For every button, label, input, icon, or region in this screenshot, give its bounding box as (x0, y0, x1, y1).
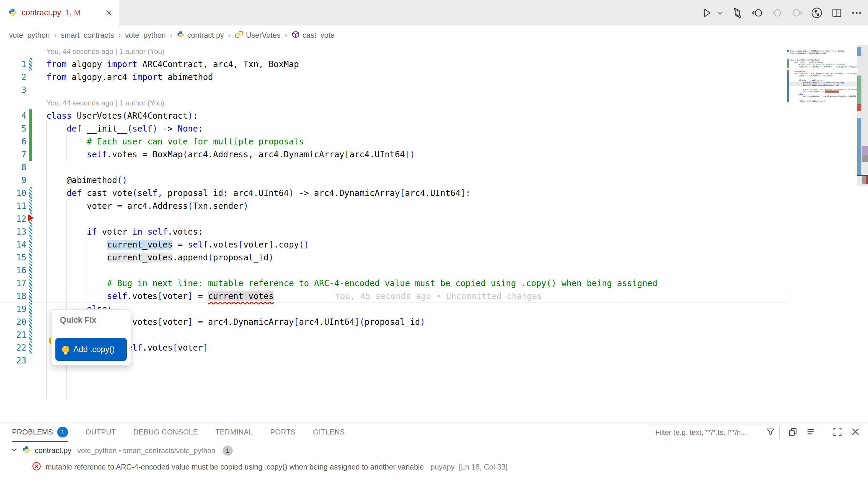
breadcrumb-folder[interactable]: vote_python (125, 31, 165, 40)
overview-ruler-scrollbar[interactable] (857, 45, 868, 186)
breadcrumb-class[interactable]: UserVotes (235, 30, 280, 41)
code-line[interactable] (787, 97, 857, 100)
tab-terminal[interactable]: TERMINAL (215, 422, 253, 442)
code-line[interactable]: 5 def __init__(self) -> None: (0, 122, 788, 135)
next-change-icon[interactable] (791, 7, 803, 19)
code-line[interactable]: 13 if voter in self.votes: (0, 225, 788, 238)
code-line[interactable]: def __init__(self) -> None: (787, 61, 857, 64)
code-line[interactable]: 3 (0, 83, 788, 97)
code-line[interactable] (787, 54, 857, 57)
code-line[interactable]: current_votes = self.votes[voter].copy() (787, 81, 857, 84)
line-number[interactable]: 6 (0, 135, 26, 148)
previous-change-icon[interactable] (771, 7, 783, 19)
split-editor-icon[interactable] (831, 7, 843, 19)
commit-graph-icon[interactable] (811, 7, 823, 19)
view-as-table-icon[interactable] (788, 427, 798, 438)
line-number[interactable]: 7 (0, 148, 26, 161)
funnel-icon[interactable] (766, 427, 775, 438)
tab-gitlens[interactable]: GITLENS (313, 422, 345, 442)
code-line[interactable]: 10 def cast_vote(self, proposal_id: arc4… (0, 187, 788, 200)
line-number[interactable]: 22 (0, 341, 26, 354)
code-line[interactable]: 11 voter = arc4.Address(Txn.sender) (0, 200, 788, 213)
tab-debug-console[interactable]: DEBUG CONSOLE (133, 422, 198, 442)
code-line[interactable]: 17 # Bug in next line: mutable reference… (0, 277, 788, 290)
line-number[interactable]: 18 (0, 290, 26, 303)
code-line[interactable]: 18 self.votes[voter] = current_votesYou,… (0, 290, 788, 303)
tab-contract-py[interactable]: contract.py 1, M (0, 0, 119, 25)
code-line[interactable]: 2from algopy.arc4 import abimethod (0, 71, 788, 83)
breadcrumb-folder[interactable]: vote_python (9, 31, 50, 40)
line-number[interactable]: 11 (0, 200, 26, 213)
run-dropdown-icon[interactable] (716, 9, 724, 17)
maximize-panel-icon[interactable] (833, 427, 842, 438)
run-python-file-icon[interactable] (701, 7, 713, 19)
quick-fix-action-add-copy[interactable]: Add .copy() (55, 338, 127, 361)
code-line[interactable]: self.votes = BoxMap(arc4.Address, arc4.D… (787, 66, 857, 68)
line-number[interactable]: 4 (0, 109, 26, 122)
code-line[interactable]: else: (787, 93, 857, 95)
line-number[interactable] (0, 97, 26, 109)
view-as-list-icon[interactable] (806, 427, 816, 438)
line-number[interactable]: 17 (0, 277, 26, 290)
tab-problems[interactable]: PROBLEMS 1 (12, 422, 68, 442)
code-line[interactable]: # Each user can vote for multiple propos… (787, 63, 857, 66)
chevron-down-icon[interactable] (10, 446, 18, 456)
line-number[interactable]: 14 (0, 238, 26, 251)
code-line[interactable]: 14 current_votes = self.votes[voter].cop… (0, 238, 788, 251)
code-line[interactable]: voter = arc4.Address(Txn.sender) (787, 75, 857, 77)
code-line[interactable]: from algopy import ARC4Contract, arc4, T… (787, 50, 857, 52)
code-line[interactable]: 9 @abimethod() (0, 174, 788, 187)
line-number[interactable]: 10 (0, 187, 26, 200)
line-number[interactable]: 21 (0, 328, 26, 341)
line-number[interactable]: 13 (0, 225, 26, 238)
code-line[interactable]: 6 # Each user can vote for multiple prop… (0, 135, 788, 148)
code-line[interactable]: class UserVotes(ARC4Contract): (787, 59, 857, 61)
code-line[interactable]: if voter in self.votes: (787, 79, 857, 81)
minimap[interactable]: from algopy import ARC4Contract, arc4, T… (787, 47, 857, 105)
tab-output[interactable]: OUTPUT (85, 422, 116, 442)
code-line[interactable]: 12 (0, 213, 788, 225)
code-editor[interactable]: You, 44 seconds ago | 1 author (You)1fro… (0, 45, 868, 422)
code-line[interactable]: 15 current_votes.append(proposal_id) (0, 251, 788, 264)
line-number[interactable]: 23 (0, 354, 26, 367)
line-number[interactable]: 1 (0, 58, 26, 71)
code-line[interactable]: 16 (0, 264, 788, 277)
code-line[interactable] (787, 68, 857, 70)
more-actions-icon[interactable] (851, 7, 863, 19)
line-number[interactable]: 15 (0, 251, 26, 264)
breadcrumb-file[interactable]: contract.py (177, 30, 224, 40)
breadcrumb-folder[interactable]: smart_contracts (61, 31, 114, 40)
git-deleted-lines-marker[interactable] (28, 215, 33, 221)
line-number[interactable]: 8 (0, 161, 26, 174)
code-line[interactable] (787, 86, 857, 89)
line-number[interactable] (0, 45, 26, 58)
line-number[interactable]: 3 (0, 83, 26, 97)
code-line[interactable]: 8 (0, 161, 788, 174)
code-line[interactable]: self.votes[voter] = current_votes (787, 91, 857, 93)
close-tab-icon[interactable] (105, 9, 112, 17)
close-panel-icon[interactable] (851, 427, 860, 438)
code-line[interactable]: current_votes.append(proposal_id) (787, 84, 857, 86)
breadcrumb-method[interactable]: cast_vote (291, 30, 335, 41)
open-changes-with-previous-icon[interactable] (751, 7, 763, 19)
code-line[interactable]: from algopy.arc4 import abimethod (787, 52, 857, 54)
line-number[interactable]: 9 (0, 174, 26, 187)
code-line[interactable]: return self.votes[voter] (787, 100, 857, 102)
problems-error-row[interactable]: mutable reference to ARC-4-encoded value… (0, 459, 868, 475)
code-line[interactable] (787, 102, 857, 104)
line-number[interactable]: 2 (0, 71, 26, 83)
line-number[interactable]: 16 (0, 264, 26, 277)
problems-file-row[interactable]: contract.py vote_python • smart_contract… (0, 442, 868, 459)
code-line[interactable]: 7 self.votes = BoxMap(arc4.Address, arc4… (0, 148, 788, 161)
code-line[interactable] (787, 77, 857, 79)
line-number[interactable]: 12 (0, 213, 26, 225)
code-line[interactable]: def cast_vote(self, proposal_id: arc4.UI… (787, 73, 857, 75)
tab-ports[interactable]: PORTS (270, 422, 296, 442)
code-line[interactable]: # Bug in next line: mutable reference to… (787, 89, 857, 91)
compare-changes-icon[interactable] (732, 7, 743, 19)
code-line[interactable]: self.votes[voter] = arc4.DynamicArray[ar… (787, 95, 857, 97)
line-number[interactable]: 5 (0, 122, 26, 135)
problems-filter-input[interactable]: Filter (e.g. text, **/*.ts, !**/n... (650, 424, 780, 440)
code-line[interactable]: 4class UserVotes(ARC4Contract): (0, 109, 788, 122)
code-line[interactable]: @abimethod() (787, 70, 857, 73)
